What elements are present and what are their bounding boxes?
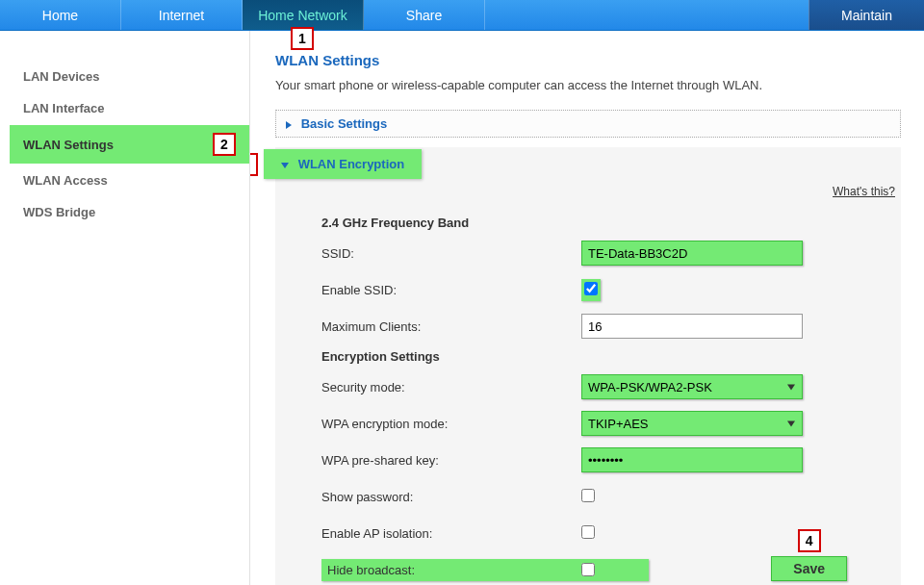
chevron-right-icon (286, 121, 292, 129)
encryption-settings-heading: Encryption Settings (321, 349, 893, 364)
row-show-password: Show password: (321, 483, 893, 510)
freq-band-heading: 2.4 GHz Frequency Band (321, 216, 893, 230)
sidebar-item-lan-devices[interactable]: LAN Devices (10, 62, 249, 91)
tab-share[interactable]: Share (364, 0, 485, 30)
save-button[interactable]: Save (771, 556, 847, 581)
enable-ssid-highlight (581, 279, 601, 301)
hide-broadcast-highlight: Hide broadcast: (321, 559, 649, 581)
page-title: WLAN Settings (275, 52, 901, 68)
wlan-encryption-header[interactable]: WLAN Encryption (264, 149, 422, 179)
sidebar-item-wlan-settings[interactable]: WLAN Settings 2 (10, 125, 249, 164)
max-clients-input[interactable] (581, 314, 803, 339)
enable-ssid-checkbox[interactable] (584, 282, 598, 295)
wlan-encryption-label: WLAN Encryption (298, 157, 405, 171)
row-psk: WPA pre-shared key: (321, 446, 893, 473)
page-desc: Your smart phone or wireless-capable com… (275, 78, 901, 92)
ap-isolation-checkbox[interactable] (581, 525, 595, 539)
basic-settings-header[interactable]: Basic Settings (275, 110, 901, 138)
row-max-clients: Maximum Clients: (321, 313, 893, 340)
ssid-input[interactable] (581, 241, 803, 266)
row-enable-ssid: Enable SSID: (321, 276, 893, 303)
wpa-enc-mode-select[interactable]: TKIP+AES (581, 411, 803, 436)
nav-spacer (485, 0, 808, 30)
content-wrap: LAN Devices LAN Interface WLAN Settings … (0, 31, 924, 585)
whats-this-link[interactable]: What's this? (833, 185, 895, 198)
hide-broadcast-checkbox[interactable] (581, 563, 595, 576)
tab-maintain[interactable]: Maintain (808, 0, 924, 30)
show-password-label: Show password: (321, 490, 581, 504)
sidebar: LAN Devices LAN Interface WLAN Settings … (10, 31, 250, 585)
save-area: 4 Save (771, 529, 847, 581)
main-panel: WLAN Settings Your smart phone or wirele… (250, 31, 924, 585)
enable-ssid-label: Enable SSID: (321, 283, 581, 297)
chevron-down-icon (281, 163, 289, 168)
row-wpa-enc-mode: WPA encryption mode: TKIP+AES (321, 410, 893, 437)
basic-settings-label: Basic Settings (301, 116, 388, 131)
row-security-mode: Security mode: WPA-PSK/WPA2-PSK (321, 373, 893, 400)
psk-label: WPA pre-shared key: (321, 453, 581, 468)
section-wlan-encryption: 3 WLAN Encryption What's this? 2.4 GHz F… (275, 147, 901, 585)
show-password-checkbox[interactable] (581, 489, 595, 502)
annotation-marker-2: 2 (213, 133, 236, 156)
psk-input[interactable] (581, 447, 803, 472)
max-clients-label: Maximum Clients: (321, 319, 581, 334)
sidebar-item-wlan-access[interactable]: WLAN Access (10, 165, 249, 195)
annotation-marker-4: 4 (798, 529, 821, 552)
security-mode-select[interactable]: WPA-PSK/WPA2-PSK (581, 374, 803, 399)
annotation-marker-3: 3 (250, 153, 258, 176)
security-mode-label: Security mode: (321, 380, 581, 394)
hide-broadcast-label: Hide broadcast: (327, 563, 581, 577)
sidebar-item-wlan-settings-label: WLAN Settings (23, 138, 207, 152)
section-basic-settings: Basic Settings (275, 110, 901, 138)
tab-home-network-label: Home Network (258, 8, 347, 23)
wlan-encryption-body: 2.4 GHz Frequency Band SSID: Enable SSID… (275, 198, 901, 585)
sidebar-item-lan-interface[interactable]: LAN Interface (10, 93, 249, 123)
ap-isolation-label: Enable AP isolation: (321, 526, 581, 541)
sidebar-item-wds-bridge[interactable]: WDS Bridge (10, 197, 249, 227)
row-ssid: SSID: (321, 240, 893, 267)
wpa-enc-mode-label: WPA encryption mode: (321, 417, 581, 431)
tab-home-network[interactable]: Home Network 1 (243, 0, 364, 30)
ssid-label: SSID: (321, 246, 581, 261)
tab-home[interactable]: Home (0, 0, 121, 30)
tab-internet[interactable]: Internet (121, 0, 243, 30)
top-nav: Home Internet Home Network 1 Share Maint… (0, 0, 924, 31)
annotation-marker-1: 1 (291, 27, 314, 50)
